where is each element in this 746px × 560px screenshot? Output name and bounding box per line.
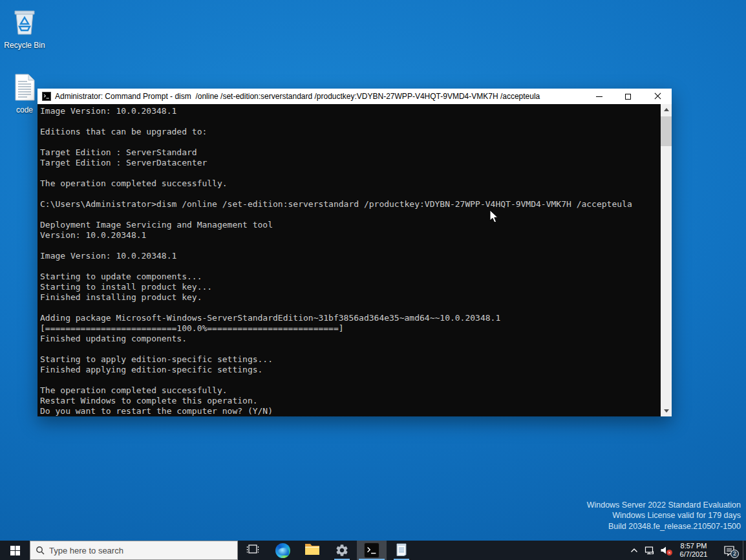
- clock-time: 8:57 PM: [673, 542, 714, 550]
- window-title: Administrator: Command Prompt - dism /on…: [55, 92, 584, 101]
- show-desktop-button[interactable]: [743, 541, 746, 560]
- console-output: Image Version: 10.0.20348.1 Editions tha…: [37, 104, 661, 416]
- scroll-down-icon[interactable]: [661, 405, 672, 416]
- tray-volume[interactable]: ×: [657, 541, 673, 560]
- taskbar-item-settings[interactable]: [327, 541, 357, 560]
- scroll-up-icon[interactable]: [661, 104, 672, 115]
- mute-badge: ×: [666, 550, 672, 555]
- minimize-button[interactable]: [584, 89, 613, 104]
- recycle-bin-icon: [0, 6, 49, 39]
- tray-network[interactable]: [642, 541, 657, 560]
- taskbar: × 8:57 PM 6/7/2021 2: [0, 541, 746, 560]
- watermark-line-1: Windows Server 2022 Standard Evaluation: [587, 500, 741, 511]
- taskbar-spacer: [416, 541, 626, 560]
- taskbar-item-file-explorer[interactable]: [297, 541, 327, 560]
- desktop-icon-recycle-bin[interactable]: Recycle Bin: [0, 6, 49, 50]
- cmd-icon: [42, 92, 51, 101]
- maximize-icon: [625, 94, 631, 100]
- volume-muted-icon: ×: [660, 546, 670, 555]
- console-scrollbar[interactable]: [661, 104, 672, 416]
- command-prompt-icon: [364, 543, 379, 558]
- scrollbar-thumb[interactable]: [661, 116, 672, 146]
- eval-watermark: Windows Server 2022 Standard Evaluation …: [587, 500, 741, 532]
- close-button[interactable]: [643, 89, 672, 104]
- search-icon: [36, 546, 45, 555]
- window-titlebar[interactable]: Administrator: Command Prompt - dism /on…: [37, 89, 672, 104]
- task-view-button[interactable]: [238, 541, 268, 560]
- minimize-icon: [596, 96, 602, 97]
- maximize-button[interactable]: [613, 89, 643, 104]
- taskbar-item-command-prompt[interactable]: [357, 541, 387, 560]
- watermark-line-3: Build 20348.fe_release.210507-1500: [587, 521, 741, 532]
- tray-clock[interactable]: 8:57 PM 6/7/2021: [673, 541, 716, 560]
- tray-hidden-icons[interactable]: [626, 541, 642, 560]
- settings-gear-icon: [335, 543, 349, 557]
- taskbar-search[interactable]: [30, 541, 238, 560]
- watermark-line-2: Windows License valid for 179 days: [587, 510, 741, 521]
- close-icon: [654, 93, 661, 100]
- taskbar-item-edge[interactable]: [268, 541, 297, 560]
- chevron-up-icon: [630, 547, 638, 554]
- start-button[interactable]: [0, 541, 30, 560]
- task-view-icon: [246, 543, 259, 558]
- notification-badge: 2: [730, 550, 739, 558]
- recycle-bin-label: Recycle Bin: [0, 41, 49, 50]
- network-icon: [645, 546, 655, 555]
- console-area[interactable]: Image Version: 10.0.20348.1 Editions tha…: [37, 104, 672, 416]
- windows-logo-icon: [10, 546, 20, 555]
- command-prompt-window: Administrator: Command Prompt - dism /on…: [37, 89, 672, 416]
- action-center-button[interactable]: 2: [716, 541, 743, 560]
- clock-date: 6/7/2021: [673, 550, 714, 559]
- taskbar-item-notepad[interactable]: [387, 541, 416, 560]
- notepad-icon: [395, 542, 408, 559]
- file-explorer-icon: [304, 543, 320, 558]
- edge-icon: [275, 543, 290, 558]
- search-input[interactable]: [49, 546, 232, 555]
